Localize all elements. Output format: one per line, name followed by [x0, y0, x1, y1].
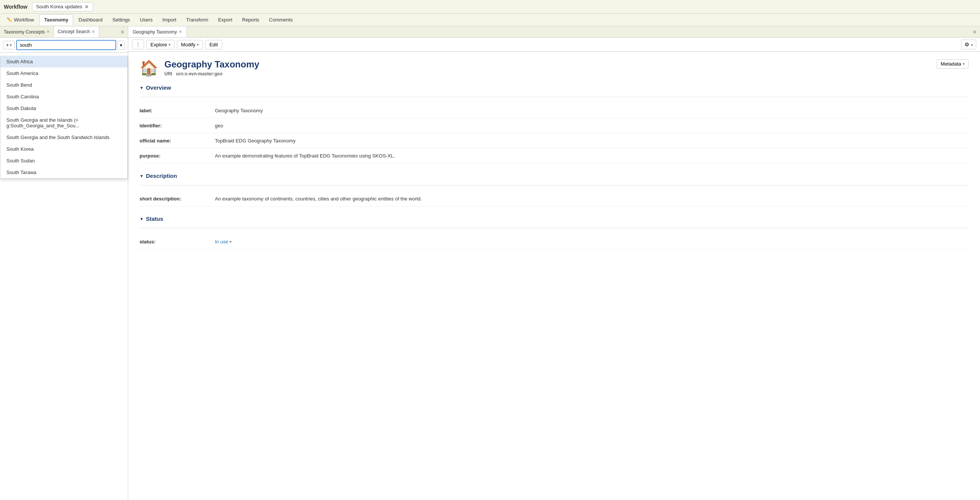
uri-value: urn:x-evn-master:geo — [176, 71, 223, 76]
nav-transform[interactable]: Transform — [182, 15, 213, 25]
description-arrow-icon: ▼ — [140, 174, 144, 178]
dropdown-item-south-carolina[interactable]: South Carolina — [0, 91, 127, 103]
search-dropdown-list: South Africa South America South Bend So… — [0, 56, 128, 179]
dropdown-item-south-georgia-islands[interactable]: South Georgia and the Islands (= g:South… — [0, 114, 127, 132]
dropdown-item-south-bend[interactable]: South Bend — [0, 79, 127, 91]
gear-chevron-icon: ▾ — [971, 43, 973, 47]
status-header[interactable]: ▼ Status — [140, 216, 969, 222]
field-identifier-row: identifier: geo — [140, 118, 969, 133]
dropdown-item-south-america[interactable]: South America — [0, 67, 127, 79]
field-official-name-row: official name: TopBraid EDG Geography Ta… — [140, 133, 969, 148]
uri-label: URI — [164, 71, 172, 76]
nav-users[interactable]: Users — [135, 15, 157, 25]
tab-taxonomy-concepts-label: Taxonomy Concepts — [4, 29, 45, 35]
tab-title-text: South Korea updates — [36, 4, 82, 10]
tab-concept-search[interactable]: Concept Search ✕ — [54, 26, 99, 37]
status-section: ▼ Status status: In use ▾ — [140, 216, 969, 249]
search-bar: + ▾ ▾ South Africa South America South B… — [0, 38, 128, 53]
tab-geography-taxonomy[interactable]: Geography Taxonomy ✕ — [128, 26, 187, 37]
nav-reports[interactable]: Reports — [237, 15, 264, 25]
status-link[interactable]: In use ▾ — [215, 239, 969, 244]
nav-settings[interactable]: Settings — [108, 15, 135, 25]
dropdown-item-south-sudan[interactable]: South Sudan — [0, 155, 127, 167]
edit-button[interactable]: Edit — [205, 40, 222, 49]
nav-bar: ✏️ Workflow Taxonomy Dashboard Settings … — [0, 14, 980, 26]
modify-button[interactable]: Modify ▾ — [177, 40, 203, 49]
metadata-chevron-icon: ▾ — [963, 62, 964, 66]
right-panel-close-icon[interactable]: ✕ — [969, 29, 980, 35]
field-label-row: label: Geography Taxonomy — [140, 103, 969, 118]
field-purpose-row: purpose: An example demonstrating featur… — [140, 148, 969, 163]
nav-workflow[interactable]: ✏️ Workflow — [2, 15, 38, 25]
top-bar: Workflow South Korea updates ✕ — [0, 0, 980, 14]
gear-button[interactable]: ⚙ ▾ — [961, 40, 976, 49]
add-button[interactable]: + ▾ — [3, 41, 15, 49]
tab-geography-label: Geography Taxonomy — [133, 29, 177, 35]
home-icon: 🏠 — [140, 59, 158, 77]
nav-taxonomy[interactable]: Taxonomy — [39, 14, 73, 25]
add-icon: + — [6, 42, 9, 48]
app-title: Workflow — [4, 4, 27, 10]
search-dropdown-chevron-icon: ▾ — [120, 43, 122, 48]
concept-uri: URI urn:x-evn-master:geo — [164, 71, 259, 76]
modify-chevron-icon: ▾ — [197, 43, 199, 47]
tab-taxonomy-concepts[interactable]: Taxonomy Concepts ✕ — [0, 26, 54, 37]
gear-icon: ⚙ — [964, 41, 969, 48]
left-panel: Taxonomy Concepts ✕ Concept Search ✕ ✕ +… — [0, 26, 128, 500]
left-tab-bar: Taxonomy Concepts ✕ Concept Search ✕ ✕ — [0, 26, 128, 38]
tab-concept-search-label: Concept Search — [58, 29, 90, 34]
workflow-tab[interactable]: South Korea updates ✕ — [32, 2, 93, 11]
status-arrow-icon: ▼ — [140, 217, 144, 221]
concept-header: 🏠 Geography Taxonomy URI urn:x-evn-maste… — [140, 59, 969, 77]
nav-workflow-icon: ✏️ — [7, 17, 12, 22]
status-chevron-icon: ▾ — [230, 240, 232, 244]
tab-close-icon[interactable]: ✕ — [84, 4, 89, 10]
overview-section: ▼ Overview label: Geography Taxonomy ide… — [140, 84, 969, 163]
nav-import[interactable]: Import — [158, 15, 181, 25]
right-tab-bar: Geography Taxonomy ✕ ✕ — [128, 26, 980, 38]
overview-arrow-icon: ▼ — [140, 86, 144, 90]
nav-dashboard[interactable]: Dashboard — [74, 15, 107, 25]
main-layout: Taxonomy Concepts ✕ Concept Search ✕ ✕ +… — [0, 26, 980, 500]
field-short-description-row: short description: An example taxonomy o… — [140, 191, 969, 206]
tab-concept-search-close[interactable]: ✕ — [92, 29, 95, 34]
dropdown-item-south-tarawa[interactable]: South Tarawa — [0, 167, 127, 178]
search-input[interactable] — [16, 40, 116, 50]
tab-geography-close[interactable]: ✕ — [179, 29, 182, 34]
add-chevron-icon: ▾ — [10, 43, 12, 47]
nav-comments[interactable]: Comments — [265, 15, 298, 25]
description-section: ▼ Description short description: An exam… — [140, 173, 969, 206]
metadata-button[interactable]: Metadata ▾ — [937, 59, 969, 68]
dropdown-item-south-korea[interactable]: South Korea — [0, 143, 127, 155]
overview-header[interactable]: ▼ Overview — [140, 84, 969, 91]
description-header[interactable]: ▼ Description — [140, 173, 969, 179]
dropdown-item-south-dakota[interactable]: South Dakota — [0, 103, 127, 114]
right-content: 🏠 Geography Taxonomy URI urn:x-evn-maste… — [128, 52, 980, 500]
dropdown-item-south-georgia-sandwich[interactable]: South Georgia and the South Sandwich Isl… — [0, 132, 127, 143]
right-toolbar: ⋮ Explore ▾ Modify ▾ Edit ⚙ ▾ — [128, 38, 980, 52]
concept-title: Geography Taxonomy — [164, 59, 259, 70]
nav-export[interactable]: Export — [213, 15, 237, 25]
tab-taxonomy-concepts-close[interactable]: ✕ — [46, 29, 50, 34]
right-panel: Geography Taxonomy ✕ ✕ ⋮ Explore ▾ Modif… — [128, 26, 980, 500]
explore-chevron-icon: ▾ — [169, 43, 170, 47]
explore-button[interactable]: Explore ▾ — [146, 40, 175, 49]
concept-title-area: Geography Taxonomy URI urn:x-evn-master:… — [164, 59, 259, 76]
field-status-row: status: In use ▾ — [140, 234, 969, 249]
dropdown-item-south-africa[interactable]: South Africa — [0, 56, 127, 67]
search-dropdown-button[interactable]: ▾ — [117, 41, 125, 50]
left-panel-close-icon[interactable]: ✕ — [117, 29, 128, 35]
toolbar-dots-button[interactable]: ⋮ — [132, 40, 144, 49]
